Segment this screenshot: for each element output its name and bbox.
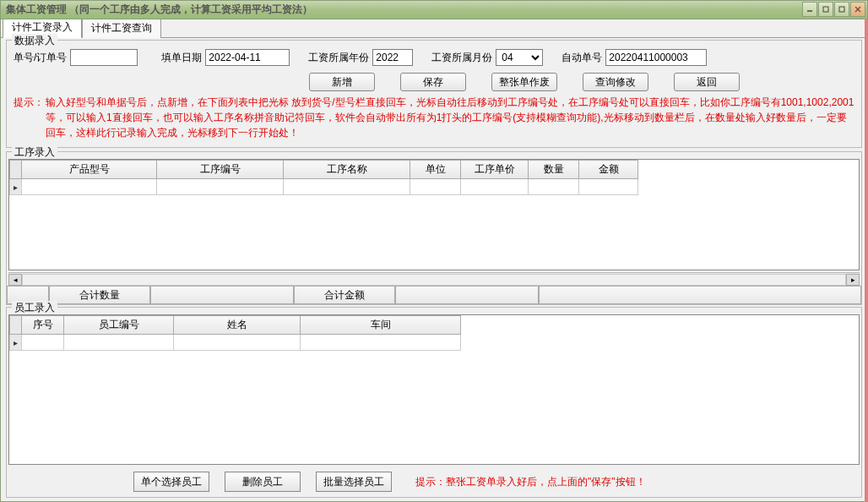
query-edit-button[interactable]: 查询修改 <box>583 73 648 91</box>
data-entry-group: 数据录入 单号/订单号 填单日期 工资所属年份 工资所属月份 04 自动单号 <box>6 40 862 148</box>
void-button[interactable]: 整张单作废 <box>491 73 557 91</box>
hint-body: 输入好型号和单据号后，点新增，在下面列表中把光标 放到货号/型号栏直接回车，光标… <box>46 95 854 140</box>
wage-month-label: 工资所属月份 <box>431 51 492 65</box>
summary-row: 合计数量 合计金额 <box>7 286 861 304</box>
row-indicator-icon <box>10 179 22 195</box>
bottom-bar: 单个选择员工 删除员工 批量选择员工 提示：整张工资单录入好后，点上面的"保存"… <box>7 467 861 497</box>
col-emp-no[interactable]: 员工编号 <box>64 316 174 335</box>
total-qty-label: 合计数量 <box>49 286 150 304</box>
tab-query[interactable]: 计件工资查询 <box>82 18 161 38</box>
col-proc-name[interactable]: 工序名称 <box>284 161 410 179</box>
order-no-input[interactable] <box>70 49 138 66</box>
window-title: 集体工资管理 （同一个工序由多人完成，计算工资采用平均工资法） <box>6 3 312 17</box>
batch-select-emp-button[interactable]: 批量选择员工 <box>316 472 392 492</box>
fill-date-input[interactable] <box>205 49 290 66</box>
col-product-model[interactable]: 产品型号 <box>22 161 157 179</box>
row-indicator-head <box>10 316 22 335</box>
table-row[interactable] <box>10 179 638 195</box>
back-button[interactable]: 返回 <box>674 73 740 91</box>
row-indicator-head <box>10 161 22 179</box>
col-proc-no[interactable]: 工序编号 <box>157 161 284 179</box>
col-workshop[interactable]: 车间 <box>301 316 461 335</box>
wage-year-label: 工资所属年份 <box>308 51 369 65</box>
titlebar: 集体工资管理 （同一个工序由多人完成，计算工资采用平均工资法） <box>1 1 867 19</box>
wage-month-select[interactable]: 04 <box>496 49 543 66</box>
minimize-button[interactable] <box>802 2 817 17</box>
total-amount-label: 合计金额 <box>294 286 395 304</box>
wage-year-input[interactable] <box>372 49 413 66</box>
select-one-emp-button[interactable]: 单个选择员工 <box>133 472 209 492</box>
total-amount-value <box>395 286 539 304</box>
total-qty-value <box>150 286 294 304</box>
proc-grid[interactable]: 产品型号 工序编号 工序名称 单位 工序单价 数量 金额 <box>8 159 860 270</box>
hint-block: 提示： 输入好型号和单据号后，点新增，在下面列表中把光标 放到货号/型号栏直接回… <box>14 95 854 140</box>
table-row[interactable] <box>10 335 461 351</box>
col-unit[interactable]: 单位 <box>410 161 461 179</box>
add-button[interactable]: 新增 <box>309 73 375 91</box>
maximize-button[interactable] <box>834 2 849 17</box>
svg-rect-2 <box>839 7 844 12</box>
tabs: 计件工资录入 计件工资查询 <box>1 19 867 38</box>
close-button[interactable] <box>850 2 865 17</box>
col-seq[interactable]: 序号 <box>22 316 64 335</box>
status-edge <box>865 19 868 502</box>
data-entry-title: 数据录入 <box>12 34 57 48</box>
col-qty[interactable]: 数量 <box>529 161 579 179</box>
scroll-left-icon[interactable]: ◂ <box>8 274 22 286</box>
emp-entry-group: 员工录入 序号 员工编号 姓名 车间 单个选 <box>6 307 862 498</box>
proc-entry-group: 工序录入 产品型号 工序编号 工序名称 单位 工序单价 数量 金额 <box>6 151 862 305</box>
order-no-label: 单号/订单号 <box>14 51 67 65</box>
emp-entry-title: 员工录入 <box>12 301 57 315</box>
save-button[interactable]: 保存 <box>400 73 466 91</box>
proc-entry-title: 工序录入 <box>12 145 57 160</box>
delete-emp-button[interactable]: 删除员工 <box>225 472 301 492</box>
restore-button[interactable] <box>818 2 833 17</box>
auto-no-input[interactable] <box>605 49 707 66</box>
scroll-right-icon[interactable]: ▸ <box>846 274 860 286</box>
row-indicator-icon <box>10 335 22 351</box>
hint-label: 提示： <box>14 95 44 110</box>
col-name[interactable]: 姓名 <box>174 316 301 335</box>
bottom-hint: 提示：整张工资单录入好后，点上面的"保存"按钮！ <box>415 475 646 489</box>
col-amount[interactable]: 金额 <box>579 161 638 179</box>
auto-no-label: 自动单号 <box>561 51 602 65</box>
fill-date-label: 填单日期 <box>161 51 202 65</box>
scroll-track[interactable] <box>22 274 846 286</box>
proc-hscroll[interactable]: ◂ ▸ <box>8 272 860 286</box>
col-unit-price[interactable]: 工序单价 <box>461 161 529 179</box>
svg-rect-1 <box>823 7 828 12</box>
emp-grid[interactable]: 序号 员工编号 姓名 车间 <box>8 314 860 465</box>
